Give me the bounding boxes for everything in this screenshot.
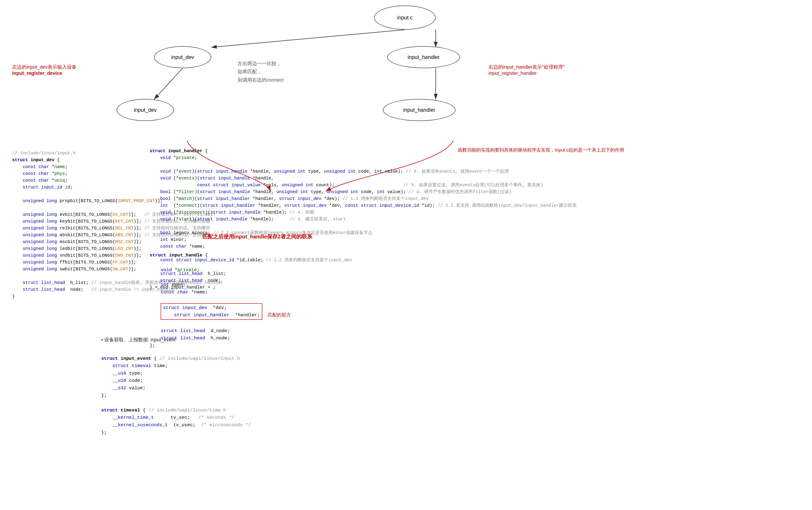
middle-label3: 则调用右边的connect [238, 76, 284, 84]
node-input-dev-bot: input_dev [117, 99, 174, 121]
middle-label2: 如果匹配， [238, 67, 284, 76]
left-label1: 左边的input_dev表示输入设备 [12, 64, 77, 70]
left-annotation: 左边的input_dev表示输入设备 input_register_device [12, 64, 77, 76]
node-input-c-label: input.c [397, 14, 413, 21]
middle-label1: 左右两边一一比较， [238, 59, 284, 67]
event-bullet-text: • 设备获取、上报数据: input_event [101, 337, 176, 342]
right-label1: 右边的input_handler表示"处理程序" [489, 64, 565, 70]
node-input-dev-bot-label: input_dev [134, 107, 157, 113]
node-input-dev-top: input_dev [154, 46, 211, 68]
right-annotation: 右边的input_handler表示"处理程序" input_register_… [489, 64, 565, 76]
node-input-handler-bot-label: input_handler [403, 107, 435, 113]
event-bullet: • 设备获取、上报数据: input_event [101, 336, 176, 343]
node-input-c: input.c [374, 5, 436, 30]
func-annotation: 函数功能的实现则要到具体的驱动程序去实现，Input.c起的是一个承上启下的作用 [458, 147, 624, 153]
svg-line-2 [154, 68, 183, 99]
node-input-dev-top-label: input_dev [171, 54, 194, 60]
node-input-handler-top-label: input_handler [408, 54, 439, 60]
right-label2: input_register_handler [489, 70, 565, 76]
middle-annotation: 左右两边一一比较， 如果匹配， 则调用右边的connect [238, 59, 284, 84]
node-input-handler-bot: input_handler [383, 99, 456, 121]
node-input-handler-top: input_handler [387, 46, 460, 68]
svg-line-0 [211, 30, 405, 47]
code-input-event: struct input_event { // include/uapi/lin… [101, 348, 251, 444]
match-label: 匹配之后使用input_handle保存2者之间的联系 [202, 233, 312, 240]
left-label2: input_register_device [12, 70, 77, 76]
